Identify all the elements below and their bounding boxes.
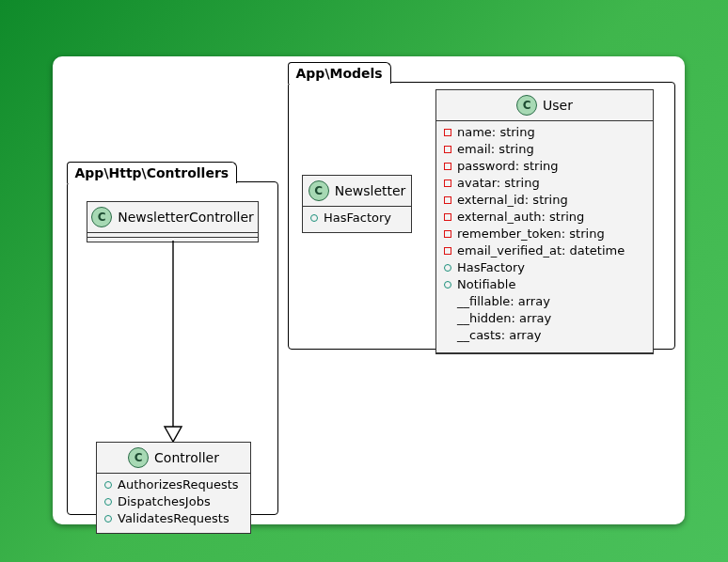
class-member: HasFactory [310, 210, 404, 226]
package-controllers-title: App\Http\Controllers [67, 162, 238, 183]
none-icon [444, 298, 451, 305]
member-label: avatar: string [457, 175, 540, 192]
class-newsletter-controller: C NewsletterController [87, 201, 259, 242]
class-name: NewsletterController [118, 210, 254, 225]
member-label: __hidden: array [457, 310, 551, 327]
member-label: remember_token: string [457, 226, 605, 242]
none-icon [444, 315, 451, 322]
circle-teal-icon [104, 481, 112, 489]
member-label: __casts: array [457, 327, 541, 344]
inheritance-arrow [171, 241, 190, 442]
member-label: HasFactory [324, 210, 391, 226]
class-user: C User name: stringemail: stringpassword… [435, 89, 654, 354]
class-member: ValidatesRequests [104, 510, 243, 527]
class-member: Notifiable [444, 276, 645, 293]
class-member: remember_token: string [444, 226, 645, 242]
member-label: email_verified_at: datetime [457, 242, 625, 259]
class-member: external_auth: string [444, 209, 645, 226]
member-label: __fillable: array [457, 293, 550, 310]
none-icon [444, 332, 451, 339]
class-controller: C Controller AuthorizesRequestsDispatche… [96, 442, 251, 534]
circle-teal-icon [444, 281, 451, 289]
class-badge-icon: C [128, 447, 149, 468]
class-name: User [543, 98, 573, 113]
class-member: __fillable: array [444, 293, 645, 310]
class-members: AuthorizesRequestsDispatchesJobsValidate… [97, 474, 250, 533]
member-label: password: string [457, 158, 559, 175]
square-red-icon [444, 213, 451, 221]
class-member: email_verified_at: datetime [444, 242, 645, 259]
square-red-icon [444, 163, 451, 170]
diagram-canvas: App\Http\Controllers C NewsletterControl… [53, 56, 685, 524]
class-badge-icon: C [309, 180, 329, 201]
svg-marker-1 [165, 427, 182, 442]
circle-teal-icon [104, 515, 112, 523]
class-badge-icon: C [91, 207, 112, 227]
class-member: password: string [444, 158, 645, 175]
class-members: HasFactory [303, 207, 411, 232]
square-red-icon [444, 230, 451, 238]
package-models-title: App\Models [288, 62, 391, 84]
class-member: HasFactory [444, 259, 645, 276]
member-label: AuthorizesRequests [118, 476, 239, 493]
class-member: AuthorizesRequests [104, 476, 243, 493]
class-badge-icon: C [516, 95, 537, 116]
class-name: Controller [154, 450, 219, 465]
member-label: email: string [457, 141, 534, 158]
member-label: HasFactory [457, 259, 525, 276]
circle-teal-icon [444, 264, 451, 272]
class-newsletter: C Newsletter HasFactory [302, 175, 412, 233]
square-red-icon [444, 180, 451, 187]
class-member: DispatchesJobs [104, 493, 243, 510]
square-red-icon [444, 247, 451, 255]
square-red-icon [444, 146, 451, 153]
class-member: avatar: string [444, 175, 645, 192]
package-controllers: App\Http\Controllers C NewsletterControl… [67, 181, 278, 515]
square-red-icon [444, 196, 451, 204]
member-label: DispatchesJobs [118, 493, 211, 510]
circle-teal-icon [310, 214, 318, 222]
member-label: external_auth: string [457, 209, 584, 226]
class-member: __hidden: array [444, 310, 645, 327]
member-label: ValidatesRequests [118, 510, 229, 527]
square-red-icon [444, 129, 451, 136]
member-label: external_id: string [457, 192, 568, 209]
class-member: external_id: string [444, 192, 645, 209]
class-member: __casts: array [444, 327, 645, 344]
class-member: name: string [444, 124, 645, 141]
class-members: name: stringemail: stringpassword: strin… [436, 121, 653, 350]
class-name: Newsletter [335, 183, 406, 198]
member-label: name: string [457, 124, 535, 141]
member-label: Notifiable [457, 276, 515, 293]
circle-teal-icon [104, 498, 112, 506]
class-member: email: string [444, 141, 645, 158]
package-models: App\Models C Newsletter HasFactory C Use… [288, 82, 675, 350]
